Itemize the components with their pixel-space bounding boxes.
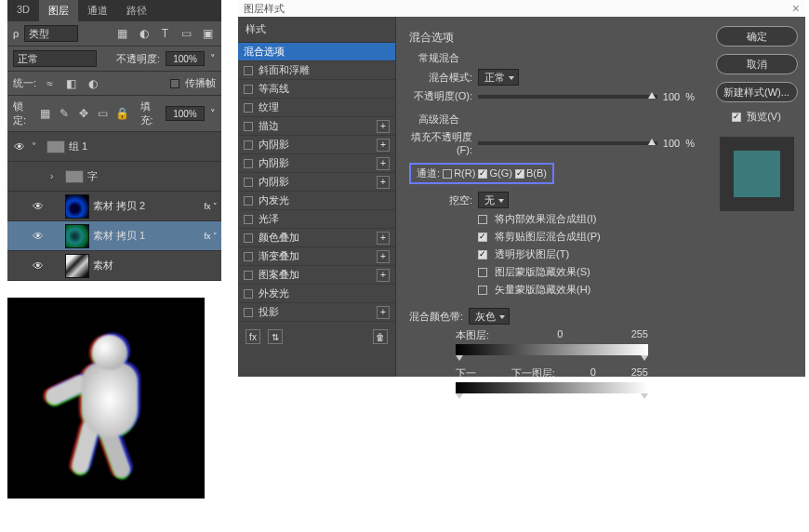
disclosure-icon[interactable]: › [50, 171, 61, 181]
visibility-icon[interactable]: 👁 [30, 200, 46, 213]
layer-thumbnail[interactable] [65, 194, 89, 219]
unify-icon-1[interactable]: ≈ [42, 75, 58, 91]
filter-type-icon[interactable]: T [157, 26, 173, 42]
effect-inner-shadow[interactable]: 内阴影+ [238, 154, 395, 173]
visibility-icon[interactable]: 👁 [30, 230, 46, 243]
transparency-shapes-checkbox[interactable] [478, 250, 487, 259]
add-effect-icon[interactable]: + [377, 306, 390, 319]
add-effect-icon[interactable]: + [377, 232, 390, 245]
effect-inner-glow[interactable]: 内发光 [238, 192, 395, 210]
effect-inner-shadow[interactable]: 内阴影+ [238, 136, 395, 154]
tab-3d[interactable]: 3D [7, 0, 39, 21]
effect-drop-shadow[interactable]: 投影+ [238, 303, 395, 322]
effect-pattern-overlay[interactable]: 图案叠加+ [238, 266, 395, 285]
knockout-select[interactable]: 无 [478, 192, 509, 208]
fx-badge[interactable]: fx ˅ [204, 202, 218, 211]
filter-shape-icon[interactable]: ▭ [179, 26, 194, 42]
channels-highlight: 通道: R(R) G(G) B(B) [409, 163, 554, 184]
this-layer-gradient[interactable] [456, 344, 648, 355]
layers-panel: 3D 图层 通道 路径 ρ 类型 ▦ ◐ T ▭ ▣ 正常 不透明度: ˅ 统一… [7, 0, 221, 281]
channel-b-checkbox[interactable] [515, 169, 524, 179]
channel-g-checkbox[interactable] [478, 169, 487, 179]
add-effect-icon[interactable]: + [377, 120, 390, 133]
fill-opacity-slider[interactable] [478, 141, 657, 145]
effect-satin[interactable]: 光泽 [238, 210, 395, 229]
opacity-slider[interactable] [478, 95, 657, 99]
lock-all-icon[interactable]: 🔒 [115, 106, 129, 122]
lock-paint-icon[interactable]: ✎ [58, 106, 72, 122]
layer-name[interactable]: 素材 拷贝 1 [93, 229, 200, 243]
panel-tabs: 3D 图层 通道 路径 [7, 0, 221, 21]
layer-thumbnail[interactable] [65, 224, 89, 248]
layer-row[interactable]: › 字 [7, 162, 221, 192]
dialog-title: 图层样式 [244, 2, 285, 16]
layer-row[interactable]: 👁 素材 [7, 251, 221, 281]
blend-mode-select[interactable]: 正常 [13, 50, 97, 67]
layer-row[interactable]: 👁 ˅ 组 1 [7, 132, 221, 162]
disclosure-icon[interactable]: ˅ [32, 141, 43, 152]
add-effect-icon[interactable]: + [377, 269, 390, 282]
add-effect-icon[interactable]: + [377, 176, 390, 189]
layer-name[interactable]: 素材 拷贝 2 [93, 199, 200, 213]
dialog-buttons: 确定 取消 新建样式(W)... 预览(V) [708, 17, 805, 377]
lock-trans-icon[interactable]: ▦ [38, 106, 52, 122]
blend-mode-label: 混合模式: [409, 71, 472, 85]
new-style-button[interactable]: 新建样式(W)... [716, 82, 798, 102]
effect-gradient-overlay[interactable]: 渐变叠加+ [238, 247, 395, 266]
propagate-checkbox[interactable] [170, 79, 179, 88]
trash-icon[interactable]: 🗑 [373, 329, 388, 344]
effect-bevel[interactable]: 斜面和浮雕 [238, 61, 395, 80]
fill-field[interactable] [166, 106, 205, 121]
vector-mask-hides-checkbox[interactable] [478, 286, 487, 295]
lock-nest-icon[interactable]: ▭ [96, 106, 110, 122]
effect-inner-shadow[interactable]: 内阴影+ [238, 173, 395, 192]
effect-outer-glow[interactable]: 外发光 [238, 285, 395, 303]
add-effect-icon[interactable]: + [377, 139, 390, 152]
fx-badge[interactable]: fx ˅ [204, 232, 218, 241]
layer-name[interactable]: 字 [87, 169, 218, 183]
folder-icon [65, 170, 84, 183]
underlying-gradient[interactable] [456, 382, 648, 393]
layer-row[interactable]: 👁 素材 拷贝 2 fx ˅ [7, 192, 221, 221]
effect-texture[interactable]: 纹理 [238, 99, 395, 117]
visibility-icon[interactable]: 👁 [30, 259, 46, 273]
visibility-icon[interactable]: 👁 [11, 140, 28, 153]
filter-kind-select[interactable]: 类型 [24, 25, 78, 42]
propagate-label: 传播帧 [185, 76, 216, 90]
layer-row[interactable]: 👁 素材 拷贝 1 fx ˅ [7, 221, 221, 251]
blend-interior-checkbox[interactable] [478, 215, 487, 224]
close-icon[interactable]: × [792, 1, 800, 16]
channel-r-checkbox[interactable] [443, 169, 452, 179]
preview-checkbox[interactable] [732, 113, 741, 122]
unify-icon-2[interactable]: ◧ [63, 75, 79, 91]
unify-icon-3[interactable]: ◐ [85, 75, 100, 91]
tab-layers[interactable]: 图层 [39, 0, 78, 21]
ok-button[interactable]: 确定 [716, 26, 798, 47]
add-effect-icon[interactable]: + [377, 157, 390, 170]
layer-style-dialog: 图层样式 × 样式 混合选项 斜面和浮雕 等高线 纹理 描边+ 内阴影+ 内阴影… [238, 0, 805, 377]
filter-adjust-icon[interactable]: ◐ [136, 26, 152, 42]
effect-contour[interactable]: 等高线 [238, 80, 395, 99]
opacity-field[interactable] [166, 51, 205, 66]
layer-name[interactable]: 素材 [93, 259, 218, 273]
effect-blending-options[interactable]: 混合选项 [238, 43, 395, 61]
cancel-button[interactable]: 取消 [716, 54, 798, 74]
up-down-icon[interactable]: ⇅ [268, 329, 283, 344]
blend-clipped-checkbox[interactable] [478, 233, 487, 242]
lock-pos-icon[interactable]: ✥ [76, 106, 90, 122]
fill-opacity-value: 100 [663, 138, 680, 149]
tab-channels[interactable]: 通道 [78, 0, 117, 21]
layer-thumbnail[interactable] [65, 254, 89, 278]
add-effect-icon[interactable]: + [377, 250, 390, 263]
filter-smart-icon[interactable]: ▣ [200, 26, 216, 42]
layer-name[interactable]: 组 1 [69, 140, 218, 153]
fx-menu-icon[interactable]: fx [245, 329, 260, 344]
layer-mask-hides-checkbox[interactable] [478, 268, 487, 277]
tab-paths[interactable]: 路径 [117, 0, 156, 21]
effect-stroke[interactable]: 描边+ [238, 117, 395, 136]
effect-color-overlay[interactable]: 颜色叠加+ [238, 229, 395, 247]
blend-mode-select[interactable]: 正常 [478, 69, 519, 86]
blend-if-select[interactable]: 灰色 [469, 308, 510, 325]
opacity-value: 100 [663, 91, 680, 102]
filter-pixel-icon[interactable]: ▦ [114, 26, 130, 42]
